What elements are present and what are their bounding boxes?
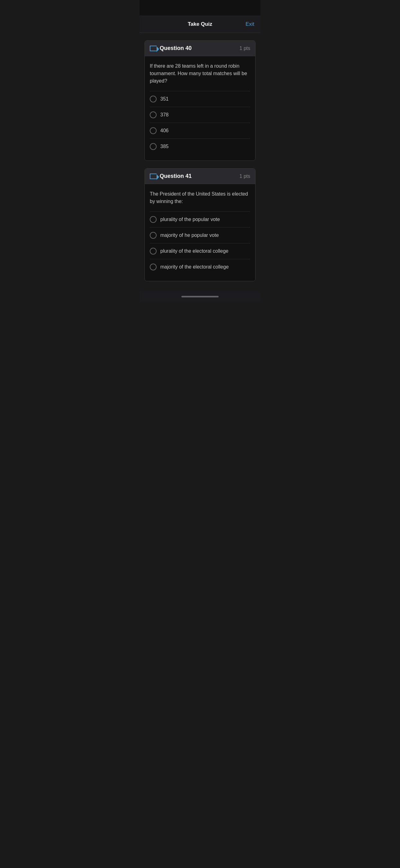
question-card-41: Question 41 1 pts The President of the U… xyxy=(144,168,256,281)
question-pts-41: 1 pts xyxy=(239,174,250,179)
option-41-d[interactable]: majority of the electoral college xyxy=(150,259,250,275)
question-label-40: Question 40 xyxy=(160,45,192,52)
flag-icon-40 xyxy=(150,45,157,51)
content-area: Question 40 1 pts If there are 28 teams … xyxy=(139,33,261,289)
question-title-group-40: Question 40 xyxy=(150,45,192,52)
question-label-41: Question 41 xyxy=(160,173,192,180)
option-41-b[interactable]: majority of he popular vote xyxy=(150,227,250,243)
option-40-c[interactable]: 406 xyxy=(150,123,250,138)
home-indicator xyxy=(181,296,219,298)
option-text-41-d: majority of the electoral college xyxy=(160,264,229,270)
radio-40-b[interactable] xyxy=(150,112,157,118)
question-header-40: Question 40 1 pts xyxy=(145,41,255,56)
nav-title: Take Quiz xyxy=(188,21,212,27)
question-pts-40: 1 pts xyxy=(239,45,250,51)
exit-button[interactable]: Exit xyxy=(245,21,254,27)
question-card-40: Question 40 1 pts If there are 28 teams … xyxy=(144,40,256,161)
option-40-a[interactable]: 351 xyxy=(150,91,250,107)
option-text-40-b: 378 xyxy=(160,112,169,118)
option-text-40-c: 406 xyxy=(160,128,169,133)
option-text-41-c: plurality of the electoral college xyxy=(160,248,229,254)
option-text-41-a: plurality of the popular vote xyxy=(160,217,220,222)
radio-40-a[interactable] xyxy=(150,96,157,102)
option-text-41-b: majority of he popular vote xyxy=(160,232,219,238)
flag-icon-41 xyxy=(150,174,157,179)
radio-41-d[interactable] xyxy=(150,264,157,270)
option-text-40-a: 351 xyxy=(160,96,169,102)
option-40-b[interactable]: 378 xyxy=(150,107,250,123)
question-text-40: If there are 28 teams left in a round ro… xyxy=(150,62,250,85)
radio-40-c[interactable] xyxy=(150,127,157,134)
radio-41-b[interactable] xyxy=(150,232,157,239)
radio-40-d[interactable] xyxy=(150,143,157,150)
question-body-40: If there are 28 teams left in a round ro… xyxy=(145,56,255,160)
radio-41-a[interactable] xyxy=(150,216,157,223)
question-body-41: The President of the United States is el… xyxy=(145,184,255,281)
options-list-41: plurality of the popular vote majority o… xyxy=(150,211,250,275)
status-bar xyxy=(139,0,261,16)
option-41-c[interactable]: plurality of the electoral college xyxy=(150,243,250,259)
option-40-d[interactable]: 385 xyxy=(150,138,250,154)
radio-41-c[interactable] xyxy=(150,248,157,254)
option-text-40-d: 385 xyxy=(160,144,169,149)
options-list-40: 351 378 406 385 xyxy=(150,91,250,154)
nav-bar: Take Quiz Exit xyxy=(139,16,261,33)
question-header-41: Question 41 1 pts xyxy=(145,168,255,184)
option-41-a[interactable]: plurality of the popular vote xyxy=(150,211,250,227)
question-title-group-41: Question 41 xyxy=(150,173,192,180)
question-text-41: The President of the United States is el… xyxy=(150,190,250,205)
bottom-bar xyxy=(139,291,261,302)
